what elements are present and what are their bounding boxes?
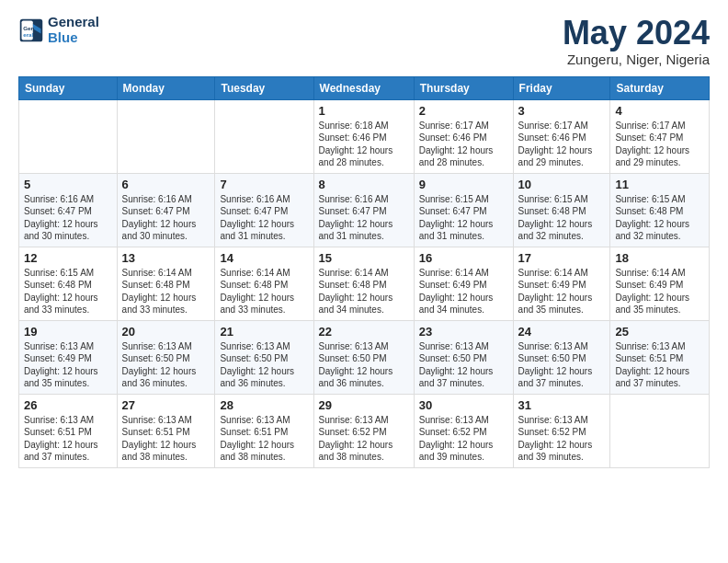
subtitle: Zungeru, Niger, Nigeria <box>563 52 710 67</box>
calendar-cell: 29Sunrise: 6:13 AM Sunset: 6:52 PM Dayli… <box>313 394 414 467</box>
day-number: 16 <box>419 251 508 265</box>
day-number: 5 <box>24 178 112 191</box>
logo-icon: Gen eral <box>18 17 44 43</box>
logo-line2: Blue <box>48 29 78 45</box>
calendar-cell: 15Sunrise: 6:14 AM Sunset: 6:48 PM Dayli… <box>313 247 414 320</box>
weekday-thursday: Thursday <box>414 76 513 99</box>
day-info: Sunrise: 6:14 AM Sunset: 6:48 PM Dayligh… <box>122 267 210 316</box>
day-info: Sunrise: 6:16 AM Sunset: 6:47 PM Dayligh… <box>319 193 409 243</box>
calendar-cell: 28Sunrise: 6:13 AM Sunset: 6:51 PM Dayli… <box>215 394 313 467</box>
weekday-tuesday: Tuesday <box>215 76 313 99</box>
calendar-cell <box>19 99 118 173</box>
day-number: 25 <box>615 325 704 339</box>
day-number: 31 <box>518 398 606 412</box>
day-info: Sunrise: 6:15 AM Sunset: 6:48 PM Dayligh… <box>615 193 704 243</box>
calendar-cell: 19Sunrise: 6:13 AM Sunset: 6:49 PM Dayli… <box>19 320 118 394</box>
day-info: Sunrise: 6:16 AM Sunset: 6:47 PM Dayligh… <box>122 193 210 243</box>
calendar-cell <box>215 99 313 173</box>
day-info: Sunrise: 6:15 AM Sunset: 6:48 PM Dayligh… <box>518 193 606 243</box>
svg-text:eral: eral <box>23 31 33 38</box>
day-info: Sunrise: 6:16 AM Sunset: 6:47 PM Dayligh… <box>24 193 112 243</box>
calendar-cell: 31Sunrise: 6:13 AM Sunset: 6:52 PM Dayli… <box>513 394 610 467</box>
logo-line1: General <box>48 15 99 30</box>
day-info: Sunrise: 6:13 AM Sunset: 6:49 PM Dayligh… <box>24 340 112 390</box>
calendar-cell: 13Sunrise: 6:14 AM Sunset: 6:48 PM Dayli… <box>117 247 215 320</box>
weekday-header-row: SundayMondayTuesdayWednesdayThursdayFrid… <box>19 76 710 99</box>
header: Gen eral General Blue May 2024 Zungeru, … <box>18 15 710 67</box>
calendar-cell: 30Sunrise: 6:13 AM Sunset: 6:52 PM Dayli… <box>414 394 513 467</box>
day-number: 12 <box>24 251 112 265</box>
calendar-cell: 26Sunrise: 6:13 AM Sunset: 6:51 PM Dayli… <box>19 394 118 467</box>
day-number: 17 <box>518 251 606 265</box>
day-info: Sunrise: 6:14 AM Sunset: 6:49 PM Dayligh… <box>615 267 704 316</box>
day-info: Sunrise: 6:13 AM Sunset: 6:52 PM Dayligh… <box>419 414 508 464</box>
calendar-cell: 3Sunrise: 6:17 AM Sunset: 6:46 PM Daylig… <box>513 99 610 173</box>
day-info: Sunrise: 6:13 AM Sunset: 6:51 PM Dayligh… <box>24 414 112 464</box>
day-number: 18 <box>615 251 704 265</box>
day-info: Sunrise: 6:14 AM Sunset: 6:48 PM Dayligh… <box>220 267 308 316</box>
day-info: Sunrise: 6:14 AM Sunset: 6:49 PM Dayligh… <box>518 267 606 316</box>
weekday-monday: Monday <box>117 76 215 99</box>
calendar-cell: 7Sunrise: 6:16 AM Sunset: 6:47 PM Daylig… <box>215 173 313 247</box>
day-info: Sunrise: 6:13 AM Sunset: 6:50 PM Dayligh… <box>518 340 606 390</box>
calendar-cell: 22Sunrise: 6:13 AM Sunset: 6:50 PM Dayli… <box>313 320 414 394</box>
day-info: Sunrise: 6:17 AM Sunset: 6:47 PM Dayligh… <box>615 120 704 169</box>
week-row-1: 1Sunrise: 6:18 AM Sunset: 6:46 PM Daylig… <box>19 99 710 173</box>
title-section: May 2024 Zungeru, Niger, Nigeria <box>563 15 710 67</box>
calendar-cell: 6Sunrise: 6:16 AM Sunset: 6:47 PM Daylig… <box>117 173 215 247</box>
day-number: 30 <box>419 398 508 412</box>
day-number: 23 <box>419 325 508 339</box>
day-number: 22 <box>319 325 409 339</box>
calendar-cell: 12Sunrise: 6:15 AM Sunset: 6:48 PM Dayli… <box>19 247 118 320</box>
day-number: 3 <box>518 104 606 118</box>
calendar-cell: 10Sunrise: 6:15 AM Sunset: 6:48 PM Dayli… <box>513 173 610 247</box>
week-row-2: 5Sunrise: 6:16 AM Sunset: 6:47 PM Daylig… <box>19 173 710 247</box>
calendar-cell: 14Sunrise: 6:14 AM Sunset: 6:48 PM Dayli… <box>215 247 313 320</box>
day-number: 15 <box>319 251 409 265</box>
day-info: Sunrise: 6:13 AM Sunset: 6:50 PM Dayligh… <box>220 340 308 390</box>
day-info: Sunrise: 6:16 AM Sunset: 6:47 PM Dayligh… <box>220 193 308 243</box>
calendar-table: SundayMondayTuesdayWednesdayThursdayFrid… <box>18 76 710 468</box>
logo-text: General Blue <box>48 15 99 45</box>
calendar-cell: 11Sunrise: 6:15 AM Sunset: 6:48 PM Dayli… <box>610 173 710 247</box>
day-number: 9 <box>419 178 508 191</box>
calendar-cell: 9Sunrise: 6:15 AM Sunset: 6:47 PM Daylig… <box>414 173 513 247</box>
week-row-5: 26Sunrise: 6:13 AM Sunset: 6:51 PM Dayli… <box>19 394 710 467</box>
day-info: Sunrise: 6:17 AM Sunset: 6:46 PM Dayligh… <box>518 120 606 169</box>
day-number: 27 <box>122 398 210 412</box>
day-info: Sunrise: 6:13 AM Sunset: 6:50 PM Dayligh… <box>419 340 508 390</box>
day-number: 7 <box>220 178 308 191</box>
day-number: 21 <box>220 325 308 339</box>
page: Gen eral General Blue May 2024 Zungeru, … <box>0 0 728 477</box>
day-number: 6 <box>122 178 210 191</box>
day-info: Sunrise: 6:13 AM Sunset: 6:51 PM Dayligh… <box>615 340 704 390</box>
day-number: 26 <box>24 398 112 412</box>
day-number: 10 <box>518 178 606 191</box>
day-info: Sunrise: 6:13 AM Sunset: 6:51 PM Dayligh… <box>220 414 308 464</box>
day-info: Sunrise: 6:18 AM Sunset: 6:46 PM Dayligh… <box>319 120 409 169</box>
main-title: May 2024 <box>563 15 710 52</box>
weekday-saturday: Saturday <box>610 76 710 99</box>
day-number: 8 <box>319 178 409 191</box>
day-number: 29 <box>319 398 409 412</box>
day-number: 1 <box>319 104 409 118</box>
svg-text:Gen: Gen <box>23 25 34 31</box>
week-row-3: 12Sunrise: 6:15 AM Sunset: 6:48 PM Dayli… <box>19 247 710 320</box>
logo: Gen eral General Blue <box>18 15 99 45</box>
day-number: 28 <box>220 398 308 412</box>
calendar-cell: 5Sunrise: 6:16 AM Sunset: 6:47 PM Daylig… <box>19 173 118 247</box>
day-info: Sunrise: 6:14 AM Sunset: 6:48 PM Dayligh… <box>319 267 409 316</box>
day-info: Sunrise: 6:13 AM Sunset: 6:52 PM Dayligh… <box>518 414 606 464</box>
calendar-cell <box>610 394 710 467</box>
day-info: Sunrise: 6:13 AM Sunset: 6:50 PM Dayligh… <box>122 340 210 390</box>
calendar-cell: 16Sunrise: 6:14 AM Sunset: 6:49 PM Dayli… <box>414 247 513 320</box>
day-info: Sunrise: 6:13 AM Sunset: 6:52 PM Dayligh… <box>319 414 409 464</box>
calendar-cell: 21Sunrise: 6:13 AM Sunset: 6:50 PM Dayli… <box>215 320 313 394</box>
week-row-4: 19Sunrise: 6:13 AM Sunset: 6:49 PM Dayli… <box>19 320 710 394</box>
calendar-cell: 27Sunrise: 6:13 AM Sunset: 6:51 PM Dayli… <box>117 394 215 467</box>
day-number: 2 <box>419 104 508 118</box>
weekday-friday: Friday <box>513 76 610 99</box>
weekday-wednesday: Wednesday <box>313 76 414 99</box>
calendar-cell: 18Sunrise: 6:14 AM Sunset: 6:49 PM Dayli… <box>610 247 710 320</box>
day-info: Sunrise: 6:15 AM Sunset: 6:47 PM Dayligh… <box>419 193 508 243</box>
